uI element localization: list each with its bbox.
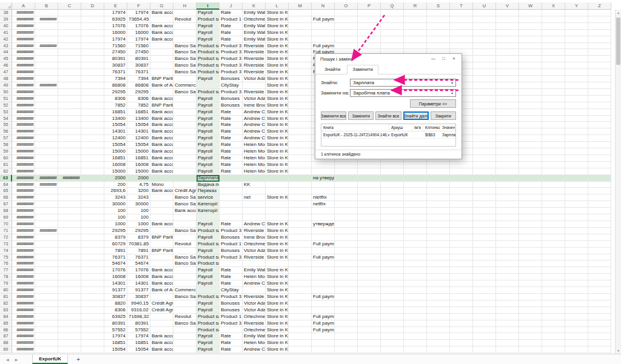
cell-F81[interactable]: 30837 <box>127 294 150 300</box>
cell-U83[interactable] <box>473 307 496 314</box>
cell-Q75[interactable] <box>381 254 404 261</box>
row-header-68[interactable]: 68 <box>0 208 12 214</box>
cell-L74[interactable]: Store in Ky <box>266 248 289 254</box>
cell-E79[interactable]: 14301 <box>104 280 127 287</box>
cell-W68[interactable] <box>519 208 542 214</box>
cell-M47[interactable] <box>289 69 312 76</box>
cell-U71[interactable] <box>473 228 496 234</box>
cell-B80[interactable] <box>35 287 58 294</box>
cell-Z75[interactable] <box>588 254 611 261</box>
cell-V82[interactable] <box>496 300 519 307</box>
cell-C79[interactable] <box>58 280 81 287</box>
cell-E74[interactable]: 7891 <box>104 248 127 254</box>
cell-N43[interactable]: Full payme <box>312 43 335 50</box>
cell-U80[interactable] <box>473 287 496 294</box>
cell-D75[interactable] <box>81 254 104 261</box>
cell-T79[interactable] <box>450 280 473 287</box>
cell-C56[interactable] <box>58 128 81 135</box>
cell-B63[interactable]: ######## <box>35 175 58 182</box>
cell-A67[interactable]: ######## <box>12 201 35 208</box>
cell-D68[interactable] <box>81 208 104 214</box>
column-header-S[interactable]: S <box>427 2 450 10</box>
cell-Y61[interactable] <box>565 162 588 168</box>
cell-W53[interactable] <box>519 109 542 116</box>
cell-N70[interactable]: утвержден <box>312 221 335 228</box>
cell-W51[interactable] <box>519 96 542 102</box>
cell-T67[interactable] <box>450 201 473 208</box>
cell-V38[interactable] <box>496 10 519 16</box>
column-header-N[interactable]: N <box>312 2 335 10</box>
cell-M53[interactable] <box>289 109 312 116</box>
cell-E82[interactable]: 8820 <box>104 300 127 307</box>
row-header-46[interactable]: 46 <box>0 62 12 69</box>
cell-T87[interactable] <box>450 333 473 340</box>
cell-M45[interactable] <box>289 56 312 62</box>
cell-W50[interactable] <box>519 89 542 96</box>
cell-G82[interactable]: Crédit Agri <box>150 300 173 307</box>
cell-K59[interactable]: Helen Moc <box>243 148 266 155</box>
cell-T70[interactable] <box>450 221 473 228</box>
cell-O41[interactable] <box>335 30 358 36</box>
cell-D44[interactable] <box>81 49 104 56</box>
column-header-B[interactable]: B <box>35 2 58 10</box>
cell-J40[interactable]: Rate <box>220 23 243 30</box>
cell-W56[interactable] <box>519 128 542 135</box>
cell-M38[interactable] <box>289 10 312 16</box>
cell-L60[interactable]: Store in Ky <box>266 155 289 162</box>
cell-Z89[interactable] <box>588 346 611 353</box>
cell-T62[interactable] <box>450 168 473 175</box>
cell-N41[interactable] <box>312 30 335 36</box>
cell-P39[interactable] <box>358 16 381 23</box>
row-header-66[interactable]: 66 <box>0 194 12 201</box>
cell-D81[interactable] <box>81 294 104 300</box>
cell-Y82[interactable] <box>565 300 588 307</box>
row-header-74[interactable]: 74 <box>0 248 12 254</box>
cell-E59[interactable]: 15000 <box>104 148 127 155</box>
cell-J38[interactable]: Rate <box>220 10 243 16</box>
cell-O86[interactable] <box>335 327 358 334</box>
cell-B74[interactable] <box>35 248 58 254</box>
cell-U65[interactable] <box>473 188 496 194</box>
cell-H86[interactable] <box>173 327 196 334</box>
cell-Z47[interactable] <box>588 69 611 76</box>
cell-E77[interactable]: 17076 <box>104 267 127 274</box>
cell-O88[interactable] <box>335 340 358 346</box>
cell-C82[interactable] <box>58 300 81 307</box>
cell-E84[interactable]: 63925 <box>104 314 127 320</box>
cell-Y76[interactable] <box>565 260 588 267</box>
cell-I46[interactable]: Product sa <box>196 62 220 69</box>
cell-H38[interactable] <box>173 10 196 16</box>
cell-I76[interactable]: Product sa <box>196 260 220 267</box>
cell-S38[interactable] <box>427 10 450 16</box>
cell-A82[interactable]: ######## <box>12 300 35 307</box>
cell-M41[interactable] <box>289 30 312 36</box>
cell-M68[interactable] <box>289 208 312 214</box>
cell-X83[interactable] <box>542 307 565 314</box>
cell-V62[interactable] <box>496 168 519 175</box>
cell-E41[interactable]: 16000 <box>104 30 127 36</box>
cell-R61[interactable] <box>404 162 427 168</box>
cell-K58[interactable]: Helen Moc <box>243 142 266 148</box>
cell-X59[interactable] <box>542 148 565 155</box>
cell-S69[interactable] <box>427 214 450 221</box>
cell-Y55[interactable] <box>565 122 588 128</box>
cell-A72[interactable]: ######## <box>12 234 35 241</box>
cell-Z85[interactable] <box>588 320 611 327</box>
cell-P65[interactable] <box>358 188 381 194</box>
cell-D80[interactable] <box>81 287 104 294</box>
cell-I40[interactable]: Payroll <box>196 23 220 30</box>
column-header-M[interactable]: M <box>289 2 312 10</box>
cell-T85[interactable] <box>450 320 473 327</box>
cell-C58[interactable] <box>58 142 81 148</box>
cell-U44[interactable] <box>473 49 496 56</box>
cell-M42[interactable] <box>289 36 312 43</box>
cell-E46[interactable]: 30837 <box>104 62 127 69</box>
cell-X86[interactable] <box>542 327 565 334</box>
row-header-79[interactable]: 79 <box>0 280 12 287</box>
cell-K72[interactable]: Irene Broo <box>243 234 266 241</box>
cell-R70[interactable] <box>404 221 427 228</box>
cell-C61[interactable] <box>58 162 81 168</box>
cell-J82[interactable]: Bonuses <box>220 300 243 307</box>
cell-T63[interactable] <box>450 175 473 182</box>
cell-J45[interactable]: Product 3 - <box>220 56 243 62</box>
